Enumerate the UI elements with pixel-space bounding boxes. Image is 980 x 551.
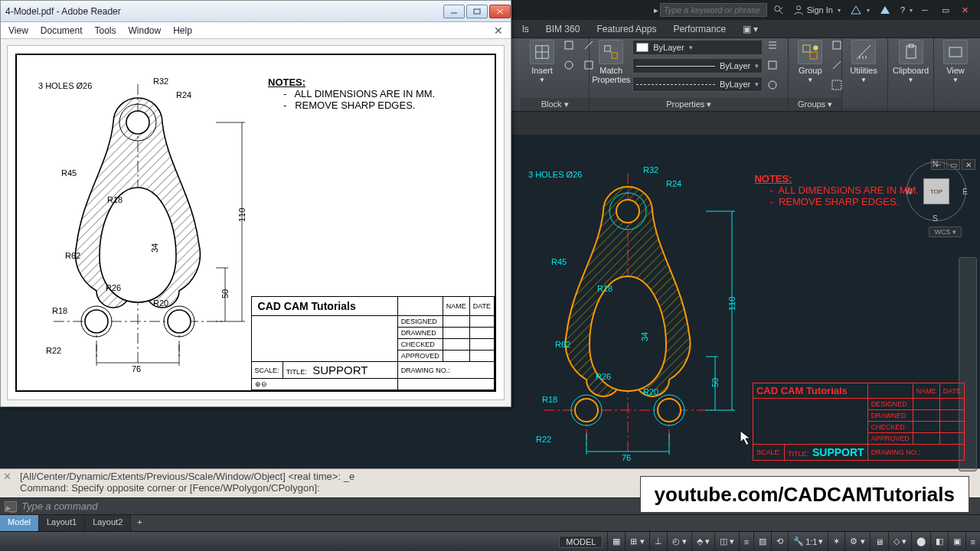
search-icon[interactable] (769, 2, 789, 18)
svg-rect-12 (810, 52, 817, 59)
layout-tab[interactable]: Layout1 (39, 515, 85, 531)
viewcube-east[interactable]: E (962, 187, 968, 196)
status-annoscale[interactable]: 🔧 1:1 ▾ (788, 532, 828, 551)
notes-title: NOTES: (268, 77, 305, 88)
tb-field: APPROVED (397, 350, 443, 362)
match-properties-button[interactable]: Match Properties (594, 40, 628, 84)
reader-menu[interactable]: Tools (95, 25, 116, 36)
list-icon[interactable] (767, 40, 784, 57)
status-workspace-icon[interactable]: ⚙ ▾ (844, 532, 869, 551)
panel-title (888, 108, 933, 111)
block-attr-icon[interactable] (564, 60, 580, 77)
status-units-icon[interactable]: ◇ ▾ (888, 532, 911, 551)
svg-text:R18: R18 (542, 395, 557, 404)
stay-connected-icon[interactable] (874, 2, 896, 18)
view-button[interactable]: View▼ (939, 40, 972, 83)
ribbon-tab[interactable]: Performance (671, 21, 727, 37)
ribbon-tab[interactable]: ls (521, 21, 531, 37)
layout-tab-model[interactable]: Model (0, 515, 39, 531)
window-close-button[interactable]: ✕ (957, 2, 977, 18)
panel-title[interactable]: Block ▾ (521, 98, 589, 111)
reader-menu[interactable]: Document (41, 25, 83, 36)
viewcube-south[interactable]: S (933, 214, 938, 223)
search-chevron-icon[interactable]: ▸ (654, 5, 658, 15)
layout-tabs: Model Layout1 Layout2 + (0, 514, 980, 531)
status-customize-icon[interactable]: ≡ (965, 532, 980, 551)
status-isolate-icon[interactable]: ◧ (930, 532, 948, 551)
reader-viewport[interactable]: NOTES: - ALL DIMENSIONS ARE IN MM. - REM… (1, 39, 511, 406)
exchange-apps-icon[interactable] (845, 2, 874, 18)
viewcube-face[interactable]: TOP (923, 178, 949, 204)
svg-text:76: 76 (622, 453, 631, 462)
command-close-icon[interactable]: ✕ (3, 471, 11, 482)
group-button[interactable]: Group ▼ (793, 40, 827, 83)
command-prompt-icon[interactable]: ▸_ (5, 501, 17, 512)
window-minimize-button[interactable]: ─ (917, 2, 937, 18)
tb-field: CHECKED (397, 339, 443, 350)
svg-text:R18: R18 (597, 284, 612, 293)
status-transparency-icon[interactable]: ▨ (753, 532, 771, 551)
help-icon[interactable]: ? (896, 2, 917, 18)
cad-notes: NOTES: - ALL DIMENSIONS ARE IN MM. - REM… (754, 173, 919, 207)
panel-title[interactable]: Properties ▾ (590, 98, 788, 111)
transparency-icon[interactable] (767, 60, 784, 77)
insert-button[interactable]: Insert ▼ (525, 40, 559, 83)
svg-text:R20: R20 (153, 298, 168, 308)
svg-rect-9 (769, 61, 776, 69)
reader-menubar: View Document Tools Window Help ✕ (1, 22, 511, 39)
window-restore-button[interactable]: ▭ (937, 2, 957, 18)
status-snap-icon[interactable]: ⊞ ▾ (625, 532, 648, 551)
reader-doc-close-icon[interactable]: ✕ (494, 24, 503, 37)
tb-col: NAME (913, 383, 939, 399)
status-isoplane-icon[interactable]: ⬘ ▾ (691, 532, 714, 551)
reader-minimize-button[interactable] (443, 5, 465, 18)
search-input[interactable] (660, 3, 767, 17)
reader-menu[interactable]: View (8, 25, 28, 36)
tb-field: DRAWNED (397, 328, 443, 339)
status-ortho-icon[interactable]: ⊥ (649, 532, 667, 551)
properties-dialog-icon[interactable] (767, 80, 784, 96)
status-monitor-icon[interactable]: 🖥 (870, 532, 888, 551)
svg-text:34: 34 (640, 332, 649, 341)
status-polar-icon[interactable]: ◴ ▾ (667, 532, 691, 551)
status-grid-icon[interactable]: ▦ (607, 532, 625, 551)
status-cycling-icon[interactable]: ⟲ (771, 532, 788, 551)
create-block-icon[interactable] (564, 40, 580, 57)
status-hardware-icon[interactable]: ⬤ (911, 532, 930, 551)
signin-button[interactable]: Sign In (789, 2, 845, 18)
ribbon-overflow-icon[interactable]: ▣ ▾ (741, 21, 760, 37)
reader-maximize-button[interactable] (466, 5, 488, 18)
status-cleanscreen-icon[interactable]: ▣ (948, 532, 965, 551)
tb-field: CHECKED (867, 422, 913, 433)
svg-rect-56 (474, 9, 480, 14)
reader-titlebar[interactable]: 4-Model.pdf - Adobe Reader (1, 1, 511, 22)
utilities-button[interactable]: Utilities▼ (847, 40, 880, 83)
layout-tab[interactable]: Layout2 (85, 515, 131, 531)
note-line: REMOVE SHARP EDGES. (779, 196, 899, 207)
ribbon-tab[interactable]: Featured Apps (595, 21, 658, 37)
wcs-indicator[interactable]: WCS ▾ (929, 227, 962, 237)
status-annotation-icon[interactable]: ✶ (828, 532, 844, 551)
status-osnap-icon[interactable]: ◫ ▾ (714, 532, 739, 551)
svg-text:R32: R32 (153, 77, 168, 86)
panel-title[interactable]: Groups ▾ (789, 98, 841, 111)
linetype-select[interactable]: ByLayer (632, 77, 763, 92)
svg-text:3 HOLES Ø26: 3 HOLES Ø26 (528, 170, 582, 179)
svg-text:R20: R20 (643, 387, 658, 396)
svg-text:R62: R62 (555, 340, 570, 349)
svg-text:R45: R45 (61, 168, 77, 178)
viewcube-north[interactable]: N (933, 160, 938, 168)
layout-add-button[interactable]: + (131, 515, 148, 531)
ribbon-tab[interactable]: BIM 360 (544, 21, 582, 37)
clipboard-button[interactable]: Clipboard▼ (893, 40, 929, 83)
status-lineweight-icon[interactable]: ≡ (739, 532, 753, 551)
lineweight-select[interactable]: ByLayer (632, 58, 763, 73)
insert-icon (530, 40, 554, 64)
svg-point-0 (774, 6, 779, 11)
color-select[interactable]: ByLayer (632, 40, 763, 55)
command-input[interactable]: Type a command (21, 500, 97, 512)
reader-menu[interactable]: Window (129, 25, 162, 36)
reader-menu[interactable]: Help (173, 25, 192, 36)
reader-close-button[interactable] (489, 5, 511, 18)
status-model-button[interactable]: MODEL (559, 536, 603, 548)
